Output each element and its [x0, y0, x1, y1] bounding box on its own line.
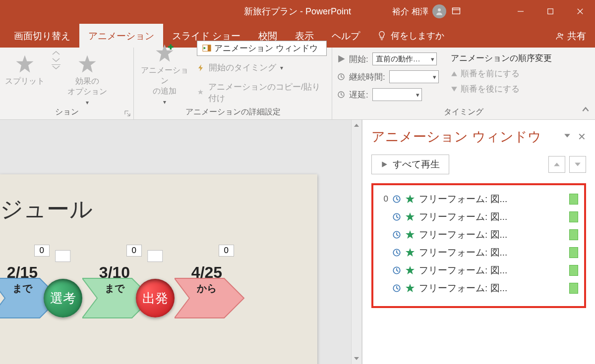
star-brush-icon: [197, 89, 204, 97]
chevron-down-icon: ▾: [86, 99, 89, 106]
animation-list-highlight: 0 フリーフォーム: 図... フリーフォーム: 図... フリーフォーム: 図…: [371, 183, 586, 308]
animation-list-item[interactable]: フリーフォーム: 図...: [377, 208, 580, 226]
effect-options-button[interactable]: 効果の オプション ▾: [67, 51, 107, 106]
arrow-diagram: 0 2/15 まで 選考0 0 3/10 まで 出発0 0 4/25 から: [0, 268, 239, 328]
avatar-icon: [432, 4, 446, 18]
ribbon-group-advanced-animation: アニメーション の追加 ▾ アニメーション ウィンドウ 開始のタイミング ▾ ア…: [134, 48, 332, 119]
pane-close-button[interactable]: ✕: [578, 131, 586, 143]
animation-pane-toggle[interactable]: アニメーション ウィンドウ: [197, 41, 327, 56]
animation-style-label: スプリット: [5, 76, 45, 87]
animation-style-button[interactable]: スプリット: [5, 51, 45, 87]
add-animation-button[interactable]: アニメーション の追加 ▾: [139, 40, 190, 105]
arrow-date-label: 3/10 まで: [99, 263, 130, 295]
move-earlier-label: 順番を前にする: [461, 68, 520, 79]
clock-icon: [337, 73, 345, 81]
star-icon: [77, 53, 98, 74]
ribbon-group-label: タイミング: [337, 106, 590, 118]
animation-list-item[interactable]: 0 フリーフォーム: 図...: [377, 190, 580, 208]
user-name: 裕介 相澤: [392, 6, 428, 17]
gallery-expand-button[interactable]: [52, 51, 60, 69]
animation-index-badge: 0: [126, 245, 142, 257]
window-title: 新旅行プラン - PowerPoint: [244, 5, 351, 17]
item-label: フリーフォーム: 図...: [419, 210, 507, 223]
play-all-button[interactable]: すべて再生: [371, 155, 449, 174]
clock-icon: [392, 284, 401, 293]
share-button[interactable]: 共有: [554, 30, 586, 43]
main-area: ジュール 0 2/15 まで 選考0 0 3/10 まで 出発0 0 4/25 …: [0, 120, 595, 364]
star-icon: [405, 212, 415, 222]
animation-list-item[interactable]: フリーフォーム: 図...: [377, 226, 580, 244]
maximize-button[interactable]: [536, 0, 565, 23]
clock-icon: [392, 248, 401, 257]
play-all-label: すべて再生: [393, 158, 440, 171]
milestone-circle[interactable]: 出発0: [136, 279, 175, 317]
animation-list-item[interactable]: フリーフォーム: 図...: [377, 244, 580, 261]
svg-rect-14: [208, 45, 211, 51]
effect-options-label: 効果の オプション: [67, 76, 107, 97]
scroll-down-button[interactable]: [352, 353, 361, 364]
slide-canvas[interactable]: ジュール 0 2/15 まで 選考0 0 3/10 まで 出発0 0 4/25 …: [0, 174, 317, 364]
ribbon-group-timing: 開始: 直前の動作… 継続時間: 遅延: アニメーションの順序変更: [332, 48, 595, 119]
arrow-date-label: 2/15 まで: [7, 263, 38, 295]
animation-pane-label: アニメーション ウィンドウ: [214, 43, 318, 54]
animation-painter-button[interactable]: アニメーションのコピー/貼り付け: [197, 81, 327, 104]
animation-list-item[interactable]: フリーフォーム: 図...: [377, 261, 580, 279]
timeline-bar: [569, 247, 578, 258]
play-icon: [337, 55, 345, 63]
slide-editor[interactable]: ジュール 0 2/15 まで 選考0 0 3/10 まで 出発0 0 4/25 …: [0, 120, 351, 364]
tab-help[interactable]: ヘルプ: [323, 24, 369, 48]
svg-marker-22: [354, 357, 359, 360]
close-button[interactable]: [565, 0, 595, 23]
star-plus-icon: [154, 43, 175, 63]
window-controls: [506, 0, 595, 23]
animation-list-item[interactable]: フリーフォーム: 図...: [377, 279, 580, 297]
chevron-down-icon: ▾: [163, 99, 166, 105]
clock-icon: [392, 212, 401, 221]
collapse-ribbon-button[interactable]: [581, 105, 590, 116]
account-info[interactable]: 裕介 相澤: [392, 4, 446, 18]
svg-marker-19: [451, 71, 457, 76]
move-earlier-button[interactable]: 順番を前にする: [451, 68, 552, 79]
vertical-scrollbar[interactable]: [351, 120, 362, 364]
star-icon: [405, 230, 415, 240]
item-label: フリーフォーム: 図...: [419, 193, 507, 206]
trigger-button[interactable]: 開始のタイミング ▾: [197, 62, 327, 73]
start-combo[interactable]: 直前の動作…: [372, 52, 437, 65]
start-label: 開始:: [349, 53, 368, 65]
dialog-launcher-button[interactable]: [123, 109, 131, 117]
chevron-down-icon: ▾: [280, 64, 283, 71]
clock-icon: [392, 230, 401, 239]
svg-marker-26: [575, 163, 581, 166]
pane-options-button[interactable]: [564, 132, 571, 141]
scroll-up-button[interactable]: [352, 120, 361, 131]
svg-marker-15: [204, 47, 206, 49]
item-label: フリーフォーム: 図...: [419, 282, 507, 295]
timeline-bar: [569, 194, 578, 205]
duration-spinner[interactable]: [389, 70, 439, 83]
animation-pane-title: アニメーション ウィンドウ: [371, 128, 541, 146]
milestone-circle[interactable]: 選考0: [44, 279, 82, 317]
star-icon: [405, 194, 415, 204]
arrow-shape[interactable]: 0 4/25 から: [175, 268, 239, 328]
start-value: 直前の動作…: [376, 54, 420, 64]
scroll-track[interactable]: [352, 131, 361, 353]
minimize-button[interactable]: [506, 0, 536, 23]
delay-label: 遅延:: [349, 89, 368, 101]
ribbon-group-label: ション: [5, 106, 128, 118]
clock-icon: [392, 266, 401, 275]
animation-painter-label: アニメーションのコピー/貼り付け: [208, 81, 327, 104]
svg-marker-25: [554, 163, 560, 166]
item-index: 0: [379, 194, 388, 204]
timeline-bar: [569, 229, 578, 240]
move-later-button[interactable]: 順番を後にする: [451, 83, 552, 95]
move-down-button[interactable]: [569, 156, 586, 173]
animation-index-badge: 0: [55, 250, 70, 262]
tell-me-search[interactable]: 何をしますか: [369, 24, 452, 48]
delay-spinner[interactable]: [372, 88, 422, 101]
move-up-button[interactable]: [548, 156, 565, 173]
ribbon-display-options-button[interactable]: [446, 0, 466, 23]
timeline-bar: [569, 211, 578, 222]
tab-transition[interactable]: 画面切り替え: [5, 24, 79, 48]
svg-marker-16: [339, 56, 344, 62]
animation-index-badge: 0: [34, 245, 50, 257]
